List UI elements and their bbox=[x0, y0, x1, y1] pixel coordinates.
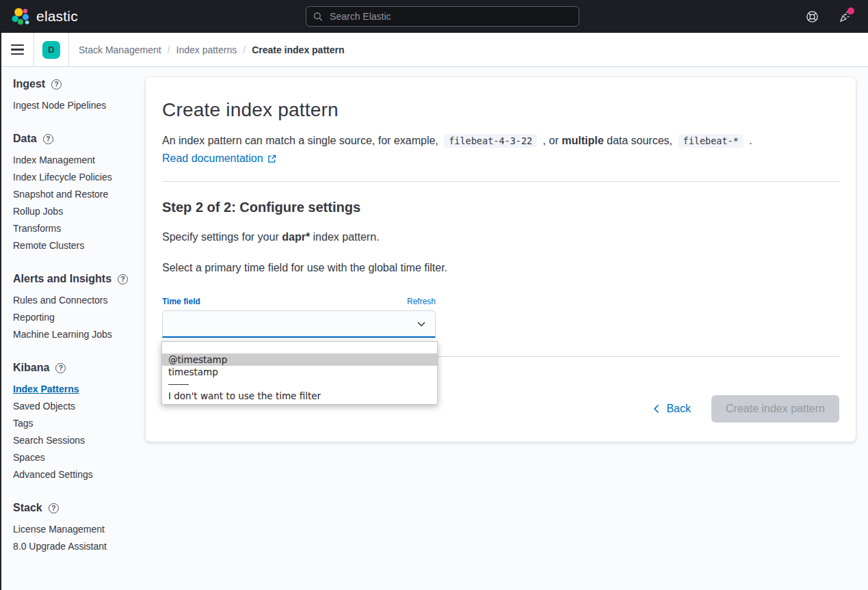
sidebar-item-remote-clusters[interactable]: Remote Clusters bbox=[13, 241, 133, 250]
question-icon[interactable]: ? bbox=[118, 274, 128, 284]
divider bbox=[68, 33, 69, 66]
code-example-multiple: filebeat-* bbox=[679, 134, 744, 148]
code-example-single: filebeat-4-3-22 bbox=[444, 134, 537, 148]
breadcrumb-separator: / bbox=[168, 44, 170, 55]
dropdown-option-no-time-filter[interactable]: I don't want to use the time filter bbox=[162, 390, 437, 402]
sidebar-item-advanced-settings[interactable]: Advanced Settings bbox=[13, 470, 133, 479]
section-title: Data bbox=[13, 133, 37, 145]
sidebar-item-rollup-jobs[interactable]: Rollup Jobs bbox=[13, 206, 133, 216]
breadcrumb-index-patterns[interactable]: Index patterns bbox=[176, 44, 237, 55]
question-icon[interactable]: ? bbox=[51, 79, 62, 90]
specify-settings-text: Specify settings for your dapr* index pa… bbox=[162, 229, 839, 245]
management-sidebar: Ingest ? Ingest Node Pipelines Data ? In… bbox=[1, 67, 138, 590]
main-content: Create index pattern An index pattern ca… bbox=[138, 67, 868, 590]
dropdown-separator bbox=[168, 384, 189, 385]
intro-text: An index pattern can match a single sour… bbox=[162, 131, 839, 151]
search-icon bbox=[313, 12, 323, 22]
sidebar-item-reporting[interactable]: Reporting bbox=[13, 312, 133, 322]
brand-name: elastic bbox=[36, 8, 78, 25]
sidebar-item-index-management[interactable]: Index Management bbox=[13, 155, 133, 165]
search-input[interactable] bbox=[328, 10, 572, 23]
time-field-hint-text: Select a primary time field for use with… bbox=[162, 260, 839, 276]
section-divider bbox=[162, 181, 839, 182]
sidebar-item-tags[interactable]: Tags bbox=[13, 418, 133, 428]
sidebar-item-spaces[interactable]: Spaces bbox=[13, 453, 133, 462]
section-title: Kibana bbox=[13, 362, 49, 374]
chevron-left-icon bbox=[653, 404, 660, 414]
sidebar-section-alerts-insights: Alerts and Insights ? Rules and Connecto… bbox=[13, 273, 133, 339]
section-title: Ingest bbox=[13, 78, 45, 90]
sidebar-section-ingest: Ingest ? Ingest Node Pipelines bbox=[13, 78, 133, 110]
elastic-logo-icon bbox=[11, 7, 30, 26]
sidebar-section-data: Data ? Index Management Index Lifecycle … bbox=[13, 133, 133, 250]
dropdown-option-timestamp-at[interactable]: @timestamp bbox=[162, 353, 437, 366]
question-icon[interactable]: ? bbox=[49, 503, 59, 513]
external-link-icon bbox=[267, 155, 276, 163]
sidebar-section-kibana: Kibana ? Index Patterns Saved Objects Ta… bbox=[13, 362, 133, 479]
section-title: Stack bbox=[13, 502, 42, 514]
newsfeed-icon[interactable] bbox=[838, 10, 852, 23]
time-field-label: Time field bbox=[162, 297, 200, 306]
read-documentation-link[interactable]: Read documentation bbox=[162, 152, 276, 165]
create-index-pattern-button[interactable]: Create index pattern bbox=[711, 395, 839, 423]
sidebar-item-transforms[interactable]: Transforms bbox=[13, 224, 133, 233]
sidebar-item-upgrade-assistant[interactable]: 8.0 Upgrade Assistant bbox=[13, 541, 133, 551]
back-button[interactable]: Back bbox=[653, 403, 691, 415]
notification-dot bbox=[847, 8, 854, 14]
global-search[interactable] bbox=[306, 6, 579, 27]
time-field-select[interactable] bbox=[162, 310, 436, 338]
section-title: Alerts and Insights bbox=[13, 273, 111, 285]
sidebar-item-index-lifecycle-policies[interactable]: Index Lifecycle Policies bbox=[13, 172, 133, 182]
space-avatar[interactable]: D bbox=[42, 41, 60, 59]
dropdown-option-timestamp[interactable]: timestamp bbox=[162, 366, 437, 378]
time-field-form-row: Time field Refresh @timestamp timestamp bbox=[162, 297, 436, 338]
dropdown-option-empty[interactable] bbox=[162, 343, 437, 353]
menu-icon[interactable] bbox=[1, 33, 34, 66]
question-icon[interactable]: ? bbox=[43, 134, 53, 144]
breadcrumb: Stack Management / Index patterns / Crea… bbox=[79, 44, 345, 55]
question-icon[interactable]: ? bbox=[55, 363, 66, 373]
sidebar-item-saved-objects[interactable]: Saved Objects bbox=[13, 401, 133, 411]
sidebar-item-license-management[interactable]: License Management bbox=[13, 524, 133, 534]
step-heading: Step 2 of 2: Configure settings bbox=[162, 200, 839, 215]
chevron-down-icon bbox=[416, 319, 427, 330]
breadcrumb-stack-management[interactable]: Stack Management bbox=[79, 44, 161, 55]
sidebar-item-snapshot-and-restore[interactable]: Snapshot and Restore bbox=[13, 189, 133, 199]
sidebar-item-rules-and-connectors[interactable]: Rules and Connectors bbox=[13, 295, 133, 305]
breadcrumb-separator: / bbox=[243, 44, 246, 55]
create-index-pattern-panel: Create index pattern An index pattern ca… bbox=[146, 77, 856, 442]
sidebar-item-machine-learning-jobs[interactable]: Machine Learning Jobs bbox=[13, 330, 133, 339]
page-title: Create index pattern bbox=[162, 99, 839, 121]
breadcrumb-bar: D Stack Management / Index patterns / Cr… bbox=[1, 33, 868, 67]
breadcrumb-current: Create index pattern bbox=[252, 44, 344, 55]
divider bbox=[34, 33, 34, 66]
help-icon[interactable] bbox=[805, 10, 819, 23]
sidebar-item-search-sessions[interactable]: Search Sessions bbox=[13, 435, 133, 445]
refresh-link[interactable]: Refresh bbox=[407, 297, 436, 306]
sidebar-item-index-patterns[interactable]: Index Patterns bbox=[13, 384, 133, 394]
elastic-logo[interactable]: elastic bbox=[11, 7, 78, 26]
app-header: elastic bbox=[0, 0, 868, 33]
sidebar-section-stack: Stack ? License Management 8.0 Upgrade A… bbox=[13, 502, 133, 551]
time-field-dropdown: @timestamp timestamp I don't want to use… bbox=[161, 341, 438, 405]
sidebar-item-ingest-node-pipelines[interactable]: Ingest Node Pipelines bbox=[13, 100, 133, 110]
